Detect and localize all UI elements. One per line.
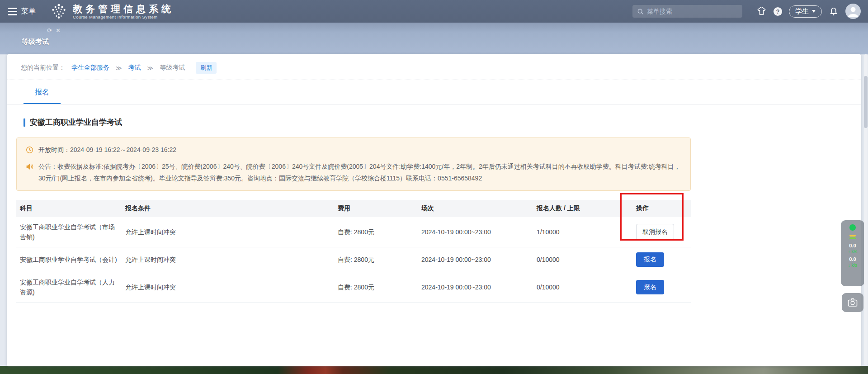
campus-photo-strip <box>0 366 868 374</box>
help-glyph: ? <box>774 7 782 16</box>
breadcrumb-separator-icon: ≫ <box>147 65 154 71</box>
cell-count-limit: 0/10000 <box>533 247 632 272</box>
tab-enroll[interactable]: 报名 <box>24 80 61 104</box>
app-title: 教务管理信息系统 <box>73 4 174 14</box>
exam-table: 科目 报名条件 费用 场次 报名人数 / 上限 操作 安徽工商职业学业自学考试（… <box>16 200 691 303</box>
megaphone-icon <box>26 161 38 184</box>
tab-refresh-icon[interactable]: ⟳ <box>47 27 52 34</box>
app-subtitle: Course Management Information System <box>73 14 174 19</box>
col-action: 操作 <box>632 200 691 217</box>
col-fee: 费用 <box>334 200 418 217</box>
cell-fee: 自费: 2800元 <box>334 272 418 303</box>
scrollbar-track <box>864 54 868 365</box>
menu-search[interactable] <box>632 5 742 18</box>
breadcrumb-link-all-services[interactable]: 学生全部服务 <box>71 64 109 72</box>
col-condition: 报名条件 <box>122 200 334 217</box>
breadcrumb-separator-icon: ≫ <box>116 65 122 71</box>
section-title: 安徽工商职业学业自学考试 <box>24 117 861 128</box>
announcement-label: 公告： <box>38 163 57 170</box>
app-logo-icon <box>49 1 68 21</box>
help-icon[interactable]: ? <box>774 7 782 16</box>
announcement-text: 公告：收费依据及标准:依据皖考办〔2006〕25号、皖价费(2006〕240号、… <box>38 161 681 184</box>
cell-fee: 自费: 2800元 <box>334 217 418 247</box>
table-row: 安徽工商职业学业自学考试（会计) 允许上课时间冲突 自费: 2800元 2024… <box>16 247 691 272</box>
title-accent-bar <box>24 118 25 127</box>
col-count-limit: 报名人数 / 上限 <box>533 200 632 217</box>
col-subject: 科目 <box>16 200 122 217</box>
open-time-text: 开放时间：2024-09-19 16:22～2024-09-23 16:22 <box>38 144 681 157</box>
role-dropdown[interactable]: 学生 <box>789 5 822 18</box>
exam-title: 安徽工商职业学业自学考试 <box>30 117 122 128</box>
role-label: 学生 <box>795 7 809 16</box>
announcement-row: 公告：收费依据及标准:依据皖考办〔2006〕25号、皖价费(2006〕240号、… <box>26 161 681 184</box>
cancel-enroll-button[interactable]: 取消报名 <box>636 224 674 240</box>
tab-bar: 报名 <box>7 80 861 104</box>
open-time-row: 开放时间：2024-09-19 16:22～2024-09-23 16:22 <box>26 144 681 157</box>
header-actions: ? 学生 <box>632 4 861 19</box>
notice-panel: 开放时间：2024-09-19 16:22～2024-09-23 16:22 公… <box>16 137 691 191</box>
camera-icon <box>847 298 858 308</box>
open-time-label: 开放时间： <box>38 146 70 153</box>
cell-session: 2024-10-19 00:00~23:00 <box>418 247 533 272</box>
download-speed: 0.0 <box>849 256 856 262</box>
col-session: 场次 <box>418 200 533 217</box>
tab-close-icon[interactable]: ✕ <box>56 27 61 34</box>
scrollbar-thumb[interactable] <box>864 76 868 128</box>
upload-speed: 0.0 <box>849 242 856 249</box>
signal-icon <box>849 235 856 239</box>
page-tab-grade-exam[interactable]: 等级考试 <box>22 38 49 46</box>
menu-toggle-button[interactable]: 菜单 <box>8 7 36 16</box>
announcement-body: 收费依据及标准:依据皖考办〔2006〕25号、皖价费(2006〕240号、皖价费… <box>38 163 680 182</box>
cell-session: 2024-10-19 00:00~23:00 <box>418 272 533 303</box>
cell-count-limit: 0/10000 <box>533 272 632 303</box>
table-row: 安徽工商职业学业自学考试（人力资源) 允许上课时间冲突 自费: 2800元 20… <box>16 272 691 303</box>
cell-subject: 安徽工商职业学业自学考试（人力资源) <box>16 272 122 303</box>
breadcrumb-prefix: 您的当前位置： <box>21 64 65 72</box>
download-unit-label: k/s <box>852 263 858 268</box>
up-arrow-icon: ↑ <box>848 249 850 254</box>
sub-bar: ⟳ ✕ 等级考试 <box>0 23 868 54</box>
hamburger-icon <box>8 8 17 15</box>
search-icon <box>637 8 644 15</box>
breadcrumb: 您的当前位置： 学生全部服务 ≫ 考试 ≫ 等级考试 刷新 <box>7 54 861 80</box>
cell-subject: 安徽工商职业学业自学考试（会计) <box>16 247 122 272</box>
cell-session: 2024-10-19 00:00~23:00 <box>418 217 533 247</box>
clock-icon <box>26 144 38 157</box>
upload-unit: ↑ k/s <box>848 249 858 255</box>
open-time-value: 2024-09-19 16:22～2024-09-23 16:22 <box>70 146 176 153</box>
cell-condition: 允许上课时间冲突 <box>122 217 334 247</box>
breadcrumb-current: 等级考试 <box>160 64 185 72</box>
down-arrow-icon: ↓ <box>848 263 850 268</box>
enroll-button[interactable]: 报名 <box>636 252 664 267</box>
theme-shirt-icon[interactable] <box>756 6 767 16</box>
notifications-bell-icon[interactable] <box>829 6 839 17</box>
status-dot <box>849 224 856 231</box>
user-avatar[interactable] <box>845 4 861 19</box>
tab-tools: ⟳ ✕ <box>47 27 61 34</box>
screenshot-button[interactable] <box>842 293 863 312</box>
chevron-down-icon <box>812 10 816 13</box>
top-header-bar: 菜单 教务管理信息系统 Course Management Informatio… <box>0 0 868 23</box>
cell-subject: 安徽工商职业学业自学考试（市场营销) <box>16 217 122 247</box>
cell-fee: 自费: 2800元 <box>334 247 418 272</box>
table-row: 安徽工商职业学业自学考试（市场营销) 允许上课时间冲突 自费: 2800元 20… <box>16 217 691 247</box>
cell-condition: 允许上课时间冲突 <box>122 247 334 272</box>
upload-unit-label: k/s <box>852 249 858 254</box>
enroll-button[interactable]: 报名 <box>636 280 664 294</box>
cell-condition: 允许上课时间冲突 <box>122 272 334 303</box>
table-header-row: 科目 报名条件 费用 场次 报名人数 / 上限 操作 <box>16 200 691 217</box>
menu-label: 菜单 <box>21 7 36 16</box>
refresh-button[interactable]: 刷新 <box>196 62 217 74</box>
main-content-card: 您的当前位置： 学生全部服务 ≫ 考试 ≫ 等级考试 刷新 报名 安徽工商职业学… <box>7 54 861 366</box>
download-unit: ↓ k/s <box>848 262 858 268</box>
network-monitor-widget: 0.0 ↑ k/s 0.0 ↓ k/s <box>841 220 864 286</box>
breadcrumb-link-exam[interactable]: 考试 <box>128 64 141 72</box>
search-input[interactable] <box>647 8 738 15</box>
cell-count-limit: 1/10000 <box>533 217 632 247</box>
app-brand: 教务管理信息系统 Course Management Information S… <box>49 1 174 21</box>
